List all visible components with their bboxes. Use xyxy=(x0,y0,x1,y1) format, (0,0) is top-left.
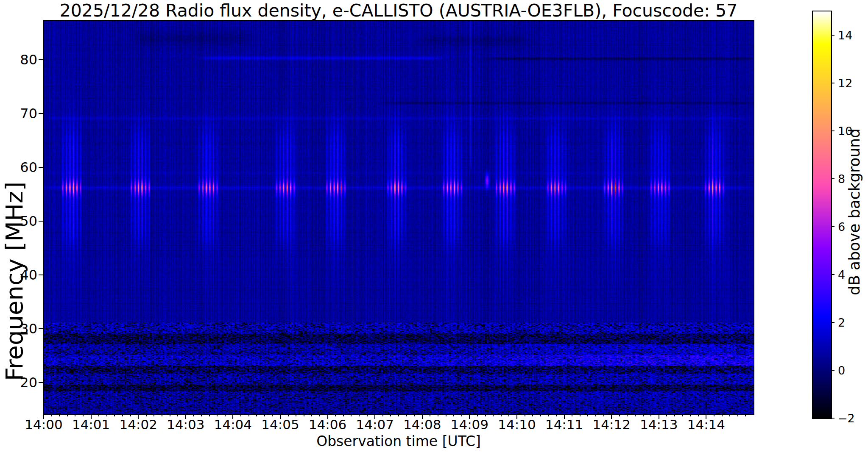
x-minor-tick xyxy=(461,414,462,416)
colorbar-tick xyxy=(831,35,835,36)
x-minor-tick xyxy=(674,414,675,416)
x-minor-tick xyxy=(572,414,572,416)
colorbar-tick xyxy=(831,370,835,371)
x-minor-tick xyxy=(51,414,52,416)
x-minor-tick xyxy=(256,414,257,416)
x-minor-tick xyxy=(122,414,123,416)
y-tick-label: 40 xyxy=(8,267,37,283)
x-tick-label: 14:00 xyxy=(25,417,62,432)
x-tick-label: 14:14 xyxy=(687,417,725,432)
x-tick-label: 14:05 xyxy=(261,417,299,432)
x-minor-tick xyxy=(587,414,588,416)
x-tick-label: 14:10 xyxy=(498,417,536,432)
x-minor-tick xyxy=(532,414,533,416)
x-minor-tick xyxy=(98,414,99,416)
x-minor-tick xyxy=(177,414,178,416)
y-tick xyxy=(39,382,44,383)
y-tick-label: 30 xyxy=(8,321,37,337)
x-tick-label: 14:11 xyxy=(545,417,583,432)
y-tick xyxy=(39,167,44,168)
x-minor-tick xyxy=(319,414,320,416)
x-minor-tick xyxy=(580,414,581,416)
x-minor-tick xyxy=(722,414,723,416)
x-minor-tick xyxy=(690,414,691,416)
x-tick-label: 14:06 xyxy=(309,417,346,432)
x-minor-tick xyxy=(83,414,84,416)
y-tick-label: 50 xyxy=(8,213,37,229)
x-minor-tick xyxy=(406,414,407,416)
x-tick-label: 14:09 xyxy=(451,417,488,432)
colorbar-tick-label: −2 xyxy=(838,412,855,425)
x-tick-label: 14:03 xyxy=(167,417,204,432)
x-minor-tick xyxy=(367,414,368,416)
x-tick-label: 14:07 xyxy=(356,417,394,432)
figure: 2025/12/28 Radio flux density, e-CALLIST… xyxy=(0,0,868,452)
x-minor-tick xyxy=(351,414,352,416)
x-minor-tick xyxy=(170,414,170,416)
colorbar-tick xyxy=(831,83,835,83)
colorbar-tick xyxy=(831,418,835,419)
x-minor-tick xyxy=(508,414,509,416)
x-minor-tick xyxy=(493,414,494,416)
colorbar-tick-label: 4 xyxy=(838,268,845,281)
x-minor-tick xyxy=(304,414,304,416)
x-minor-tick xyxy=(75,414,75,416)
x-tick-label: 14:02 xyxy=(120,417,157,432)
x-minor-tick xyxy=(525,414,525,416)
y-tick xyxy=(39,275,44,275)
x-minor-tick xyxy=(635,414,636,416)
y-tick-label: 20 xyxy=(8,374,37,391)
x-minor-tick xyxy=(288,414,289,416)
x-minor-tick xyxy=(130,414,131,416)
x-minor-tick xyxy=(359,414,360,416)
x-minor-tick xyxy=(430,414,430,416)
x-minor-tick xyxy=(556,414,557,416)
x-minor-tick xyxy=(643,414,644,416)
x-minor-tick xyxy=(311,414,312,416)
x-minor-tick xyxy=(501,414,502,416)
x-minor-tick xyxy=(548,414,549,416)
x-minor-tick xyxy=(698,414,699,416)
x-minor-tick xyxy=(540,414,541,416)
y-tick xyxy=(39,221,44,222)
x-minor-tick xyxy=(272,414,273,416)
spectrogram-canvas xyxy=(44,21,754,414)
colorbar-gradient xyxy=(813,11,831,418)
y-tick xyxy=(39,328,44,329)
chart-title: 2025/12/28 Radio flux density, e-CALLIST… xyxy=(44,1,754,20)
x-minor-tick xyxy=(217,414,218,416)
x-minor-tick xyxy=(193,414,194,416)
x-minor-tick xyxy=(595,414,596,416)
x-tick-label: 14:12 xyxy=(593,417,631,432)
x-minor-tick xyxy=(114,414,115,416)
colorbar-label: dB above background xyxy=(846,128,863,295)
x-axis-label: Observation time [UTC] xyxy=(44,433,754,449)
colorbar-tick-label: 10 xyxy=(838,125,852,138)
x-minor-tick xyxy=(619,414,620,416)
plot-area xyxy=(43,20,754,415)
x-minor-tick xyxy=(485,414,486,416)
x-minor-tick xyxy=(438,414,438,416)
x-minor-tick xyxy=(240,414,241,416)
x-minor-tick xyxy=(162,414,162,416)
colorbar-tick-label: 2 xyxy=(838,316,845,329)
x-minor-tick xyxy=(446,414,447,416)
x-minor-tick xyxy=(225,414,226,416)
y-tick xyxy=(39,59,44,60)
x-tick-label: 14:04 xyxy=(214,417,252,432)
x-minor-tick xyxy=(209,414,210,416)
x-minor-tick xyxy=(745,414,746,416)
x-tick-label: 14:08 xyxy=(403,417,441,432)
x-tick-label: 14:13 xyxy=(640,417,678,432)
x-minor-tick xyxy=(666,414,667,416)
y-tick-label: 80 xyxy=(8,52,37,68)
x-minor-tick xyxy=(106,414,107,416)
x-minor-tick xyxy=(737,414,738,416)
colorbar-tick-label: 12 xyxy=(838,77,852,90)
x-minor-tick xyxy=(650,414,651,416)
x-minor-tick xyxy=(296,414,296,416)
x-minor-tick xyxy=(682,414,683,416)
y-tick-label: 70 xyxy=(8,105,37,122)
y-tick xyxy=(39,113,44,114)
x-tick-label: 14:01 xyxy=(72,417,110,432)
